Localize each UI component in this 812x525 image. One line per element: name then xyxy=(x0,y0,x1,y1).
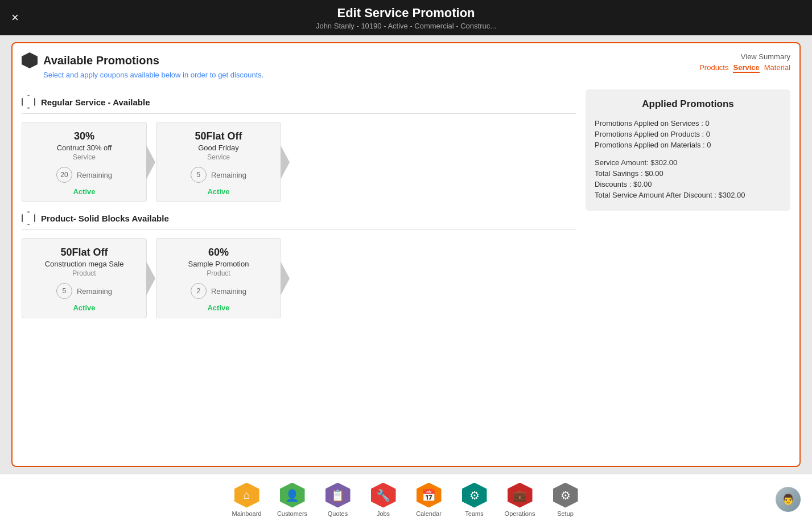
operations-hex-icon: 💼 xyxy=(508,483,533,508)
applied-row-services: Promotions Applied on Services : 0 xyxy=(595,119,781,128)
promo-1-name: Contruct 30% off xyxy=(57,143,112,152)
teams-icon: ⚙ xyxy=(469,489,480,502)
nav-item-jobs[interactable]: 🔧 Jobs xyxy=(361,478,406,522)
nav-label-jobs: Jobs xyxy=(377,510,390,517)
nav-label-mainboard: Mainboard xyxy=(232,510,262,517)
promo-3-type: Product xyxy=(72,269,96,277)
section-product-title: Product- Solid Blocks Available xyxy=(41,214,169,223)
applied-materials-value: 0 xyxy=(707,141,711,149)
promo-4-type: Product xyxy=(207,269,230,277)
promo-1-type: Service xyxy=(73,153,96,161)
promo-1-remaining-label: Remaining xyxy=(77,171,112,179)
mainboard-icon: ⌂ xyxy=(243,489,250,502)
user-avatar[interactable]: 👨 xyxy=(776,487,801,512)
promo-2-percent: 50Flat Off xyxy=(195,130,242,142)
customers-icon: 👤 xyxy=(285,489,299,502)
promo-4-remaining-area: 2 Remaining xyxy=(191,283,246,299)
hexagon-icon xyxy=(22,52,38,68)
nav-label-teams: Teams xyxy=(465,510,483,517)
discounts-value: $0.00 xyxy=(633,180,652,188)
card-header: Available Promotions Select and apply co… xyxy=(22,52,790,79)
applied-promotions-panel: Applied Promotions Promotions Applied on… xyxy=(586,89,790,211)
section-product-header: Product- Solid Blocks Available xyxy=(22,211,576,225)
nav-item-teams[interactable]: ⚙ Teams xyxy=(452,478,497,522)
quotes-hex-icon: 📋 xyxy=(325,483,351,508)
section-regular-service-title: Regular Service - Available xyxy=(41,97,150,107)
applied-amounts: Service Amount: $302.00 Total Savings : … xyxy=(595,158,781,199)
promo-1-status: Active xyxy=(73,187,95,196)
discounts-label: Discounts : xyxy=(595,180,633,188)
mainboard-hex-icon: ⌂ xyxy=(234,483,259,508)
total-savings-label: Total Savings : xyxy=(595,169,645,178)
applied-services-label: Promotions Applied on Services : xyxy=(595,119,705,128)
applied-row-products: Promotions Applied on Products : 0 xyxy=(595,130,781,138)
view-summary-tabs: Products Service Material xyxy=(699,63,790,73)
total-after-discount-label: Total Service Amount After Discount : xyxy=(595,191,719,199)
promo-4-status: Active xyxy=(207,303,229,312)
promo-3-remaining-label: Remaining xyxy=(77,287,112,296)
nav-item-customers[interactable]: 👤 Customers xyxy=(270,478,315,522)
promo-card-2[interactable]: 50Flat Off Good Friday Service 5 Remaini… xyxy=(156,122,281,202)
promo-2-status: Active xyxy=(207,187,229,196)
nav-item-quotes[interactable]: 📋 Quotes xyxy=(315,478,361,522)
section-hex-icon-2 xyxy=(22,211,35,225)
tab-material[interactable]: Material xyxy=(764,63,790,73)
promotions-card: Available Promotions Select and apply co… xyxy=(11,42,801,467)
promo-2-remaining-area: 5 Remaining xyxy=(191,167,246,183)
product-promo-row: 50Flat Off Construction mega Sale Produc… xyxy=(22,238,576,318)
promo-4-percent: 60% xyxy=(208,247,229,259)
service-amount-value: $302.00 xyxy=(650,158,677,167)
nav-item-operations[interactable]: 💼 Operations xyxy=(497,478,543,522)
calendar-hex-icon: 📅 xyxy=(417,483,442,508)
view-summary-section: View Summary Products Service Material xyxy=(699,52,790,73)
nav-item-setup[interactable]: ⚙ Setup xyxy=(543,478,588,522)
section-divider xyxy=(22,113,576,114)
nav-label-quotes: Quotes xyxy=(328,510,348,517)
promo-1-remaining-area: 20 Remaining xyxy=(56,167,112,183)
customers-hex-icon: 👤 xyxy=(280,483,305,508)
applied-row-materials: Promotions Applied on Materials : 0 xyxy=(595,141,781,149)
nav-label-calendar: Calendar xyxy=(416,510,442,517)
promo-3-remaining-area: 5 Remaining xyxy=(56,283,112,299)
promo-3-percent: 50Flat Off xyxy=(60,247,108,259)
total-after-discount-value: $302.00 xyxy=(719,191,745,199)
app-header: × Edit Service Promotion John Stanly - 1… xyxy=(0,0,812,35)
promo-3-name: Construction mega Sale xyxy=(45,260,124,268)
teams-hex-icon: ⚙ xyxy=(462,483,487,508)
promo-2-type: Service xyxy=(207,153,230,161)
jobs-hex-icon: 🔧 xyxy=(371,483,396,508)
promo-card-3[interactable]: 50Flat Off Construction mega Sale Produc… xyxy=(22,238,147,318)
tab-service[interactable]: Service xyxy=(733,63,759,73)
service-amount-label: Service Amount: xyxy=(595,158,650,167)
card-title-area: Available Promotions Select and apply co… xyxy=(22,52,263,79)
view-summary-label: View Summary xyxy=(699,52,790,61)
promo-card-4[interactable]: 60% Sample Promotion Product 2 Remaining… xyxy=(156,238,281,318)
section-hex-icon xyxy=(22,95,35,109)
applied-materials-label: Promotions Applied on Materials : xyxy=(595,141,707,149)
applied-services-value: 0 xyxy=(705,119,709,128)
regular-service-promo-row: 30% Contruct 30% off Service 20 Remainin… xyxy=(22,122,576,202)
promo-4-name: Sample Promotion xyxy=(188,260,249,268)
promo-1-remaining-badge: 20 xyxy=(56,167,72,183)
setup-hex-icon: ⚙ xyxy=(553,483,578,508)
card-subtitle: Select and apply coupons available below… xyxy=(43,71,263,79)
applied-service-amount: Service Amount: $302.00 xyxy=(595,158,781,167)
nav-item-mainboard[interactable]: ⌂ Mainboard xyxy=(224,478,270,522)
page-title: Edit Service Promotion xyxy=(0,6,812,20)
nav-item-calendar[interactable]: 📅 Calendar xyxy=(406,478,452,522)
promo-3-remaining-badge: 5 xyxy=(56,283,72,299)
promo-2-remaining-label: Remaining xyxy=(211,171,246,179)
applied-products-value: 0 xyxy=(706,130,710,138)
promo-card-1[interactable]: 30% Contruct 30% off Service 20 Remainin… xyxy=(22,122,147,202)
promo-4-remaining-label: Remaining xyxy=(211,287,246,296)
total-savings-value: $0.00 xyxy=(645,169,663,178)
section-regular-service-header: Regular Service - Available xyxy=(22,95,576,109)
tab-products[interactable]: Products xyxy=(699,63,728,73)
applied-discounts: Discounts : $0.00 xyxy=(595,180,781,188)
avatar-placeholder: 👨 xyxy=(776,487,801,512)
close-button[interactable]: × xyxy=(11,11,19,24)
promo-1-percent: 30% xyxy=(74,130,94,142)
applied-total-savings: Total Savings : $0.00 xyxy=(595,169,781,178)
content-body: Regular Service - Available 30% Contruct… xyxy=(22,89,790,457)
jobs-icon: 🔧 xyxy=(376,489,390,502)
